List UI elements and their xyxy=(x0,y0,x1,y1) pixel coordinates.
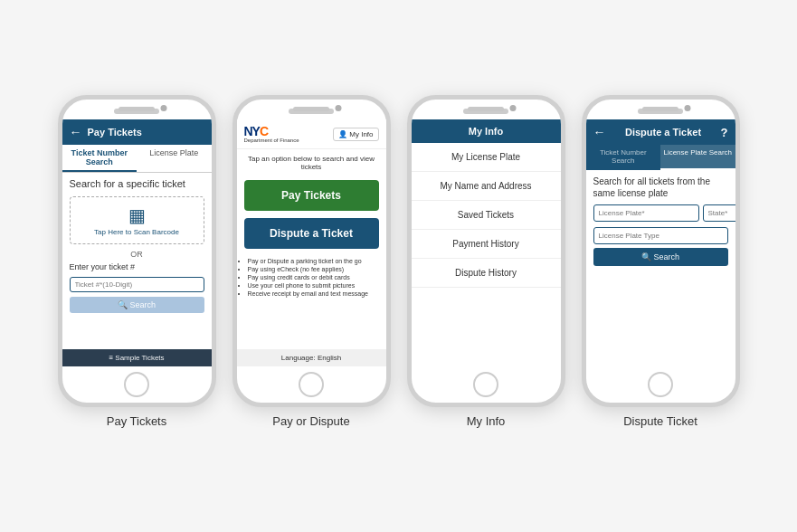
phone-camera xyxy=(161,105,167,111)
enter-ticket-label: Enter your ticket # xyxy=(70,262,204,271)
menu-dispute-history[interactable]: Dispute History xyxy=(412,259,561,288)
dispute-ticket-title: Dispute a Ticket xyxy=(625,127,701,138)
barcode-label: Tap Here to Scan Barcode xyxy=(78,228,196,236)
license-state-row xyxy=(593,204,728,222)
bullet-3: Pay using credit cards or debit cards xyxy=(248,274,375,280)
dispute-tabs: Ticket Number Search License Plate Searc… xyxy=(586,145,735,170)
dispute-ticket-header: ← Dispute a Ticket ? xyxy=(586,119,735,145)
ticket-number-input[interactable] xyxy=(70,277,204,292)
dispute-back-arrow-icon[interactable]: ← xyxy=(593,125,606,139)
phone-pay-dispute: NYC Department of Finance 👤 My Info Tap … xyxy=(232,95,391,407)
plate-type-input[interactable] xyxy=(593,227,728,244)
menu-my-name-address[interactable]: My Name and Address xyxy=(412,172,561,201)
dispute-ticket-content: Search for all tickets from the same lic… xyxy=(586,170,735,366)
or-divider: OR xyxy=(70,250,204,259)
tab-ticket-number-search[interactable]: Ticket Number Search xyxy=(62,145,138,172)
feature-bullets: Pay or Dispute a parking ticket on the g… xyxy=(237,252,386,304)
phones-container: ← Pay Tickets Ticket Number Search Licen… xyxy=(58,95,740,437)
phone-label-pay-tickets: Pay Tickets xyxy=(107,414,166,428)
bullet-1: Pay or Dispute a parking ticket on the g… xyxy=(248,258,375,264)
phone-home-button-2[interactable] xyxy=(299,372,324,397)
phone-screen-my-info: My Info My License Plate My Name and Add… xyxy=(412,119,561,366)
phone-my-info: My Info My License Plate My Name and Add… xyxy=(407,95,565,407)
help-icon[interactable]: ? xyxy=(721,126,728,139)
barcode-scan-box[interactable]: ▦ Tap Here to Scan Barcode xyxy=(70,196,204,244)
phone-home-button[interactable] xyxy=(124,372,149,397)
phone-home-button-4[interactable] xyxy=(648,372,673,397)
phone-speaker xyxy=(119,107,155,111)
phone-wrapper-dispute-ticket: ← Dispute a Ticket ? Ticket Number Searc… xyxy=(582,95,740,428)
dispute-tab-license-plate[interactable]: License Plate Search xyxy=(660,145,735,170)
phone-wrapper-pay-tickets: ← Pay Tickets Ticket Number Search Licen… xyxy=(58,95,216,428)
phone-home-button-3[interactable] xyxy=(473,372,498,397)
phone-screen-pay-tickets: ← Pay Tickets Ticket Number Search Licen… xyxy=(62,119,212,366)
barcode-icon: ▦ xyxy=(78,204,196,226)
menu-my-license-plate[interactable]: My License Plate xyxy=(412,143,561,172)
nyc-logo-text: NYC xyxy=(244,125,299,138)
search-button[interactable]: 🔍 Search xyxy=(70,297,204,313)
phone-speaker-4 xyxy=(642,107,678,111)
pay-dispute-header: NYC Department of Finance 👤 My Info xyxy=(237,119,386,149)
phone-label-dispute-ticket: Dispute Ticket xyxy=(623,414,697,428)
phone-camera-3 xyxy=(510,105,517,111)
dispute-ticket-button[interactable]: Dispute a Ticket xyxy=(244,218,379,249)
pay-tickets-content: Search for a specific ticket ▦ Tap Here … xyxy=(62,173,212,349)
phone-speaker-3 xyxy=(468,107,504,111)
language-footer: Language: English xyxy=(237,349,386,366)
my-info-label: My Info xyxy=(349,130,373,138)
my-info-header: My Info xyxy=(412,119,561,143)
phone-wrapper-pay-dispute: NYC Department of Finance 👤 My Info Tap … xyxy=(232,95,391,428)
pay-tickets-tabs: Ticket Number Search License Plate xyxy=(62,145,212,173)
phone-speaker-2 xyxy=(293,107,329,111)
tab-license-plate[interactable]: License Plate xyxy=(137,145,212,172)
back-arrow-icon[interactable]: ← xyxy=(70,125,82,139)
sample-tickets-footer[interactable]: ≡ Sample Tickets xyxy=(62,349,212,366)
menu-payment-history[interactable]: Payment History xyxy=(412,230,561,259)
menu-saved-tickets[interactable]: Saved Tickets xyxy=(412,201,561,230)
bullet-5: Receive receipt by email and text messag… xyxy=(248,290,375,297)
tap-option-text: Tap an option below to search and view t… xyxy=(237,149,386,176)
phone-pay-tickets: ← Pay Tickets Ticket Number Search Licen… xyxy=(58,95,216,407)
search-specific-ticket-text: Search for a specific ticket xyxy=(70,178,204,189)
dispute-search-button[interactable]: 🔍 Search xyxy=(593,248,728,266)
my-info-button[interactable]: 👤 My Info xyxy=(333,128,378,141)
state-input[interactable] xyxy=(703,204,735,222)
phone-wrapper-my-info: My Info My License Plate My Name and Add… xyxy=(407,95,565,428)
person-icon: 👤 xyxy=(338,130,347,138)
dispute-search-text: Search for all tickets from the same lic… xyxy=(593,176,728,199)
nyc-logo: NYC Department of Finance xyxy=(244,125,299,143)
license-plate-input[interactable] xyxy=(593,204,699,222)
phone-camera-4 xyxy=(685,105,691,111)
phone-label-pay-dispute: Pay or Dispute xyxy=(272,414,349,428)
bullet-2: Pay using eCheck (no fee applies) xyxy=(248,266,375,272)
pay-tickets-header: ← Pay Tickets xyxy=(62,119,212,145)
phone-label-my-info: My Info xyxy=(467,414,506,428)
pay-tickets-button[interactable]: Pay Tickets xyxy=(244,180,379,211)
phone-camera-2 xyxy=(336,105,342,111)
pay-tickets-title: Pay Tickets xyxy=(88,127,142,138)
phone-screen-dispute-ticket: ← Dispute a Ticket ? Ticket Number Searc… xyxy=(586,119,735,366)
phone-dispute-ticket: ← Dispute a Ticket ? Ticket Number Searc… xyxy=(582,95,740,407)
dispute-tab-ticket-number[interactable]: Ticket Number Search xyxy=(586,145,661,170)
nyc-subtitle: Department of Finance xyxy=(244,138,299,143)
phone-screen-pay-dispute: NYC Department of Finance 👤 My Info Tap … xyxy=(237,119,386,366)
bullet-4: Use your cell phone to submit pictures xyxy=(248,282,375,289)
